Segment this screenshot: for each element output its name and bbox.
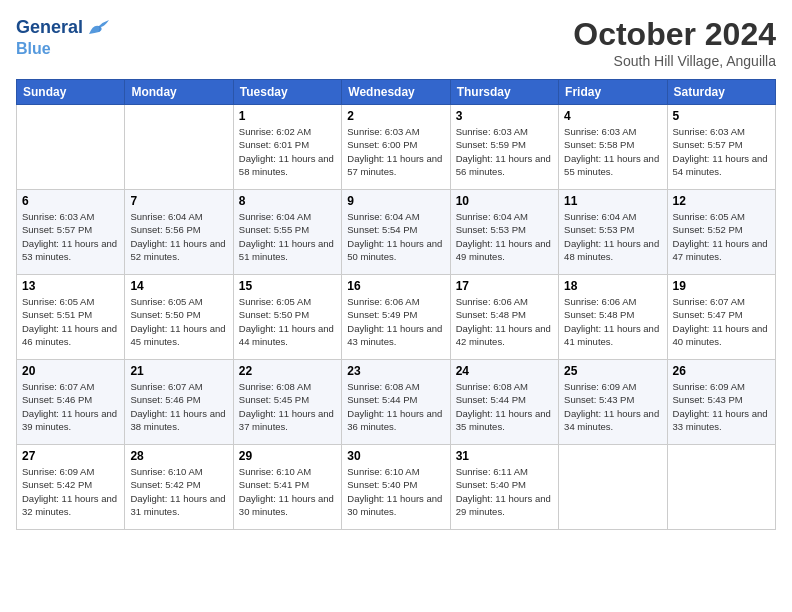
calendar-cell — [17, 105, 125, 190]
calendar-cell: 19Sunrise: 6:07 AM Sunset: 5:47 PM Dayli… — [667, 275, 775, 360]
day-info: Sunrise: 6:06 AM Sunset: 5:48 PM Dayligh… — [456, 295, 553, 348]
calendar-week-row: 27Sunrise: 6:09 AM Sunset: 5:42 PM Dayli… — [17, 445, 776, 530]
day-number: 29 — [239, 449, 336, 463]
calendar-week-row: 1Sunrise: 6:02 AM Sunset: 6:01 PM Daylig… — [17, 105, 776, 190]
day-number: 27 — [22, 449, 119, 463]
day-number: 28 — [130, 449, 227, 463]
day-info: Sunrise: 6:07 AM Sunset: 5:46 PM Dayligh… — [22, 380, 119, 433]
calendar-cell: 6Sunrise: 6:03 AM Sunset: 5:57 PM Daylig… — [17, 190, 125, 275]
day-number: 22 — [239, 364, 336, 378]
day-info: Sunrise: 6:08 AM Sunset: 5:45 PM Dayligh… — [239, 380, 336, 433]
calendar-cell — [125, 105, 233, 190]
day-info: Sunrise: 6:02 AM Sunset: 6:01 PM Dayligh… — [239, 125, 336, 178]
day-info: Sunrise: 6:03 AM Sunset: 5:57 PM Dayligh… — [673, 125, 770, 178]
weekday-header-sunday: Sunday — [17, 80, 125, 105]
calendar-cell: 2Sunrise: 6:03 AM Sunset: 6:00 PM Daylig… — [342, 105, 450, 190]
calendar-cell: 30Sunrise: 6:10 AM Sunset: 5:40 PM Dayli… — [342, 445, 450, 530]
calendar-cell: 22Sunrise: 6:08 AM Sunset: 5:45 PM Dayli… — [233, 360, 341, 445]
calendar-cell: 8Sunrise: 6:04 AM Sunset: 5:55 PM Daylig… — [233, 190, 341, 275]
calendar-cell: 24Sunrise: 6:08 AM Sunset: 5:44 PM Dayli… — [450, 360, 558, 445]
day-info: Sunrise: 6:07 AM Sunset: 5:47 PM Dayligh… — [673, 295, 770, 348]
calendar-cell: 7Sunrise: 6:04 AM Sunset: 5:56 PM Daylig… — [125, 190, 233, 275]
day-info: Sunrise: 6:04 AM Sunset: 5:54 PM Dayligh… — [347, 210, 444, 263]
calendar-cell: 3Sunrise: 6:03 AM Sunset: 5:59 PM Daylig… — [450, 105, 558, 190]
day-info: Sunrise: 6:10 AM Sunset: 5:41 PM Dayligh… — [239, 465, 336, 518]
day-number: 19 — [673, 279, 770, 293]
day-info: Sunrise: 6:05 AM Sunset: 5:51 PM Dayligh… — [22, 295, 119, 348]
day-info: Sunrise: 6:10 AM Sunset: 5:40 PM Dayligh… — [347, 465, 444, 518]
calendar-cell: 21Sunrise: 6:07 AM Sunset: 5:46 PM Dayli… — [125, 360, 233, 445]
day-number: 8 — [239, 194, 336, 208]
day-number: 26 — [673, 364, 770, 378]
weekday-header-friday: Friday — [559, 80, 667, 105]
calendar-cell: 1Sunrise: 6:02 AM Sunset: 6:01 PM Daylig… — [233, 105, 341, 190]
calendar-cell: 18Sunrise: 6:06 AM Sunset: 5:48 PM Dayli… — [559, 275, 667, 360]
calendar-cell: 10Sunrise: 6:04 AM Sunset: 5:53 PM Dayli… — [450, 190, 558, 275]
day-number: 5 — [673, 109, 770, 123]
calendar-cell: 13Sunrise: 6:05 AM Sunset: 5:51 PM Dayli… — [17, 275, 125, 360]
day-number: 3 — [456, 109, 553, 123]
calendar-table: SundayMondayTuesdayWednesdayThursdayFrid… — [16, 79, 776, 530]
day-info: Sunrise: 6:04 AM Sunset: 5:53 PM Dayligh… — [456, 210, 553, 263]
calendar-cell — [559, 445, 667, 530]
weekday-header-tuesday: Tuesday — [233, 80, 341, 105]
day-number: 10 — [456, 194, 553, 208]
logo-text: General — [16, 18, 83, 38]
day-info: Sunrise: 6:03 AM Sunset: 5:57 PM Dayligh… — [22, 210, 119, 263]
day-info: Sunrise: 6:04 AM Sunset: 5:56 PM Dayligh… — [130, 210, 227, 263]
day-info: Sunrise: 6:08 AM Sunset: 5:44 PM Dayligh… — [347, 380, 444, 433]
weekday-header-wednesday: Wednesday — [342, 80, 450, 105]
calendar-cell: 26Sunrise: 6:09 AM Sunset: 5:43 PM Dayli… — [667, 360, 775, 445]
calendar-cell: 12Sunrise: 6:05 AM Sunset: 5:52 PM Dayli… — [667, 190, 775, 275]
day-info: Sunrise: 6:06 AM Sunset: 5:48 PM Dayligh… — [564, 295, 661, 348]
day-number: 14 — [130, 279, 227, 293]
month-title: October 2024 — [573, 16, 776, 53]
calendar-cell: 20Sunrise: 6:07 AM Sunset: 5:46 PM Dayli… — [17, 360, 125, 445]
calendar-cell — [667, 445, 775, 530]
calendar-week-row: 20Sunrise: 6:07 AM Sunset: 5:46 PM Dayli… — [17, 360, 776, 445]
calendar-cell: 25Sunrise: 6:09 AM Sunset: 5:43 PM Dayli… — [559, 360, 667, 445]
day-info: Sunrise: 6:11 AM Sunset: 5:40 PM Dayligh… — [456, 465, 553, 518]
calendar-week-row: 13Sunrise: 6:05 AM Sunset: 5:51 PM Dayli… — [17, 275, 776, 360]
calendar-cell: 29Sunrise: 6:10 AM Sunset: 5:41 PM Dayli… — [233, 445, 341, 530]
weekday-header-saturday: Saturday — [667, 80, 775, 105]
calendar-cell: 27Sunrise: 6:09 AM Sunset: 5:42 PM Dayli… — [17, 445, 125, 530]
day-info: Sunrise: 6:06 AM Sunset: 5:49 PM Dayligh… — [347, 295, 444, 348]
day-number: 2 — [347, 109, 444, 123]
day-info: Sunrise: 6:10 AM Sunset: 5:42 PM Dayligh… — [130, 465, 227, 518]
calendar-header: SundayMondayTuesdayWednesdayThursdayFrid… — [17, 80, 776, 105]
day-number: 15 — [239, 279, 336, 293]
day-info: Sunrise: 6:09 AM Sunset: 5:43 PM Dayligh… — [564, 380, 661, 433]
day-info: Sunrise: 6:03 AM Sunset: 5:58 PM Dayligh… — [564, 125, 661, 178]
day-info: Sunrise: 6:03 AM Sunset: 5:59 PM Dayligh… — [456, 125, 553, 178]
calendar-cell: 28Sunrise: 6:10 AM Sunset: 5:42 PM Dayli… — [125, 445, 233, 530]
calendar-cell: 17Sunrise: 6:06 AM Sunset: 5:48 PM Dayli… — [450, 275, 558, 360]
day-number: 30 — [347, 449, 444, 463]
day-info: Sunrise: 6:03 AM Sunset: 6:00 PM Dayligh… — [347, 125, 444, 178]
day-number: 9 — [347, 194, 444, 208]
calendar-cell: 9Sunrise: 6:04 AM Sunset: 5:54 PM Daylig… — [342, 190, 450, 275]
day-number: 6 — [22, 194, 119, 208]
day-number: 16 — [347, 279, 444, 293]
day-number: 13 — [22, 279, 119, 293]
day-number: 31 — [456, 449, 553, 463]
day-number: 4 — [564, 109, 661, 123]
weekday-header-row: SundayMondayTuesdayWednesdayThursdayFrid… — [17, 80, 776, 105]
day-info: Sunrise: 6:05 AM Sunset: 5:50 PM Dayligh… — [130, 295, 227, 348]
day-info: Sunrise: 6:09 AM Sunset: 5:42 PM Dayligh… — [22, 465, 119, 518]
day-number: 17 — [456, 279, 553, 293]
calendar-week-row: 6Sunrise: 6:03 AM Sunset: 5:57 PM Daylig… — [17, 190, 776, 275]
day-number: 24 — [456, 364, 553, 378]
day-info: Sunrise: 6:04 AM Sunset: 5:55 PM Dayligh… — [239, 210, 336, 263]
day-number: 7 — [130, 194, 227, 208]
day-info: Sunrise: 6:07 AM Sunset: 5:46 PM Dayligh… — [130, 380, 227, 433]
day-number: 20 — [22, 364, 119, 378]
day-info: Sunrise: 6:04 AM Sunset: 5:53 PM Dayligh… — [564, 210, 661, 263]
day-info: Sunrise: 6:05 AM Sunset: 5:50 PM Dayligh… — [239, 295, 336, 348]
calendar-cell: 31Sunrise: 6:11 AM Sunset: 5:40 PM Dayli… — [450, 445, 558, 530]
day-info: Sunrise: 6:09 AM Sunset: 5:43 PM Dayligh… — [673, 380, 770, 433]
logo: General Blue — [16, 16, 113, 58]
calendar-cell: 14Sunrise: 6:05 AM Sunset: 5:50 PM Dayli… — [125, 275, 233, 360]
day-number: 18 — [564, 279, 661, 293]
day-number: 11 — [564, 194, 661, 208]
